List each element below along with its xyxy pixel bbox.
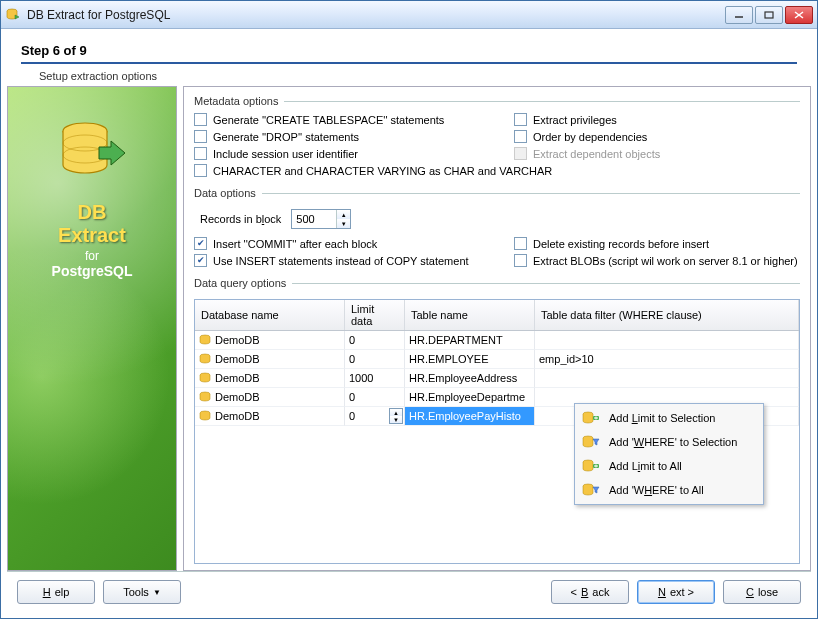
footer-buttons: Help Tools▼ < Back Next > Close <box>7 571 811 612</box>
table-row[interactable]: DemoDB1000HR.EmployeeAddress <box>195 369 799 388</box>
step-title: Step 6 of 9 <box>21 43 797 58</box>
checkbox-generate-drop[interactable]: Generate ''DROP'' statements <box>194 130 494 143</box>
checkbox-order-by-deps[interactable]: Order by dependencies <box>514 130 800 143</box>
cell-database[interactable]: DemoDB <box>195 350 345 369</box>
content-area: Step 6 of 9 Setup extraction options DB <box>1 29 817 618</box>
minimize-button[interactable] <box>725 6 753 24</box>
context-menu: Add Limit to Selection Add 'WHERE' to Se… <box>574 403 764 505</box>
spinner-up-icon[interactable]: ▲ <box>337 210 350 219</box>
records-in-block-spinner[interactable]: ▲▼ <box>291 209 351 229</box>
database-filter-icon <box>581 482 601 498</box>
checkbox-extract-blobs[interactable]: Extract BLOBs (script wil work on server… <box>514 254 800 267</box>
table-row[interactable]: DemoDB0HR.DEPARTMENT <box>195 331 799 350</box>
sidebar-branding: DB Extract for PostgreSQL <box>7 86 177 571</box>
cell-table[interactable]: HR.EmployeeDepartme <box>405 388 535 407</box>
cell-where[interactable] <box>535 369 799 388</box>
cell-database[interactable]: DemoDB <box>195 331 345 350</box>
spinner-down-icon[interactable]: ▼ <box>337 219 350 228</box>
checkbox-include-session-uid[interactable]: Include session user identifier <box>194 147 494 160</box>
checkbox-char-varchar[interactable]: CHARACTER and CHARACTER VARYING as CHAR … <box>194 164 800 177</box>
brand-line-1: DB <box>52 201 133 224</box>
data-query-options-label: Data query options <box>194 277 286 289</box>
brand-line-4: PostgreSQL <box>52 263 133 279</box>
menu-add-where-selection[interactable]: Add 'WHERE' to Selection <box>577 430 761 454</box>
table-header: Database name Limit data Table name Tabl… <box>195 300 799 331</box>
database-export-icon <box>55 117 129 193</box>
cell-where[interactable] <box>535 331 799 350</box>
limit-spinner[interactable]: ▲▼ <box>389 408 403 424</box>
records-in-block-input[interactable] <box>292 210 336 228</box>
checkbox-insert-commit[interactable]: Insert ''COMMIT'' after each block <box>194 237 494 250</box>
svg-rect-2 <box>765 12 773 18</box>
cell-table[interactable]: HR.EmployeePayHisto <box>405 407 535 426</box>
cell-where[interactable]: emp_id>10 <box>535 350 799 369</box>
database-filter-icon <box>581 434 601 450</box>
metadata-options-label: Metadata options <box>194 95 278 107</box>
maximize-button[interactable] <box>755 6 783 24</box>
close-button[interactable] <box>785 6 813 24</box>
cell-table[interactable]: HR.DEPARTMENT <box>405 331 535 350</box>
tools-button[interactable]: Tools▼ <box>103 580 181 604</box>
titlebar[interactable]: DB Extract for PostgreSQL <box>1 1 817 29</box>
menu-add-limit-all[interactable]: Add Limit to All <box>577 454 761 478</box>
brand-line-3: for <box>52 249 133 263</box>
col-header-table[interactable]: Table name <box>405 300 535 330</box>
cell-database[interactable]: DemoDB <box>195 407 345 426</box>
cell-table[interactable]: HR.EmployeeAddress <box>405 369 535 388</box>
checkbox-delete-existing[interactable]: Delete existing records before insert <box>514 237 800 250</box>
cell-limit[interactable]: 0▲▼ <box>345 407 405 426</box>
records-in-block-label: Records in block <box>200 213 281 225</box>
step-header: Step 6 of 9 Setup extraction options <box>7 35 811 86</box>
cell-limit[interactable]: 0 <box>345 388 405 407</box>
app-window: DB Extract for PostgreSQL Step 6 of 9 Se… <box>0 0 818 619</box>
checkbox-generate-tablespace[interactable]: Generate ''CREATE TABLESPACE'' statement… <box>194 113 494 126</box>
menu-add-limit-selection[interactable]: Add Limit to Selection <box>577 406 761 430</box>
window-controls <box>723 6 813 24</box>
close-wizard-button[interactable]: Close <box>723 580 801 604</box>
cell-limit[interactable]: 0 <box>345 350 405 369</box>
checkbox-extract-dependent-objects: Extract dependent objects <box>514 147 800 160</box>
chevron-down-icon: ▼ <box>153 588 161 597</box>
col-header-limit[interactable]: Limit data <box>345 300 405 330</box>
cell-database[interactable]: DemoDB <box>195 369 345 388</box>
cell-limit[interactable]: 0 <box>345 331 405 350</box>
data-options-label: Data options <box>194 187 256 199</box>
app-icon <box>5 7 21 23</box>
database-plus-icon <box>581 410 601 426</box>
back-button[interactable]: < Back <box>551 580 629 604</box>
checkbox-extract-privileges[interactable]: Extract privileges <box>514 113 800 126</box>
cell-database[interactable]: DemoDB <box>195 388 345 407</box>
col-header-database[interactable]: Database name <box>195 300 345 330</box>
database-plus-icon <box>581 458 601 474</box>
help-button[interactable]: Help <box>17 580 95 604</box>
table-row[interactable]: DemoDB0HR.EMPLOYEEemp_id>10 <box>195 350 799 369</box>
col-header-where[interactable]: Table data filter (WHERE clause) <box>535 300 799 330</box>
menu-add-where-all[interactable]: Add 'WHERE' to All <box>577 478 761 502</box>
next-button[interactable]: Next > <box>637 580 715 604</box>
window-title: DB Extract for PostgreSQL <box>27 8 723 22</box>
step-subtitle: Setup extraction options <box>21 70 797 82</box>
options-panel: Metadata options Generate ''CREATE TABLE… <box>183 86 811 571</box>
cell-limit[interactable]: 1000 <box>345 369 405 388</box>
brand-line-2: Extract <box>52 224 133 247</box>
checkbox-use-insert[interactable]: Use INSERT statements instead of COPY st… <box>194 254 494 267</box>
cell-table[interactable]: HR.EMPLOYEE <box>405 350 535 369</box>
